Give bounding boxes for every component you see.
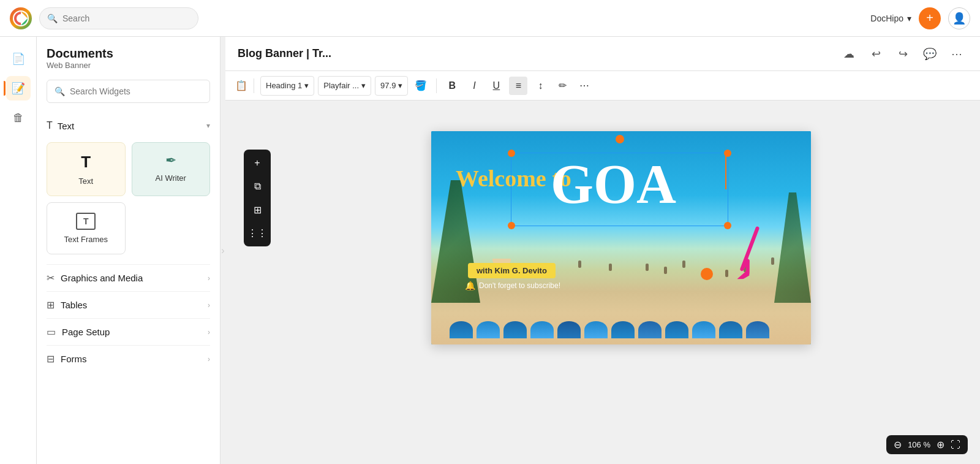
handle-bottom-right[interactable] <box>724 222 731 229</box>
fill-color-button[interactable]: 🪣 <box>412 77 430 95</box>
bold-button[interactable]: B <box>443 77 461 95</box>
text-widget-icon: T <box>81 153 91 172</box>
font-select[interactable]: Playfair ... ▾ <box>318 76 371 96</box>
page-setup-row[interactable]: ▭ Page Setup › <box>47 318 210 345</box>
umbrella-6 <box>584 321 608 338</box>
sidebar-item-trash[interactable]: 🗑 <box>6 105 31 130</box>
forms-row[interactable]: ⊟ Forms › <box>47 345 210 372</box>
toolbar-actions: ☁ ↩ ↪ 💬 ⋯ <box>838 43 968 65</box>
grid-button[interactable]: ⊞ <box>246 199 268 221</box>
tables-icon: ⊞ <box>47 299 55 311</box>
zoom-bar: ⊖ 106 % ⊕ ⛶ <box>886 435 968 454</box>
forms-label: Forms <box>61 354 87 364</box>
canvas-content: + ⧉ ⊞ ⋮⋮ Welcome to GOA <box>225 101 980 464</box>
underline-button[interactable]: U <box>487 77 505 95</box>
rotate-handle[interactable] <box>616 135 624 143</box>
resize-handle[interactable] <box>221 37 225 464</box>
handle-bottom-left[interactable] <box>508 222 515 229</box>
text-widget-label: Text <box>78 177 93 186</box>
page-setup-label: Page Setup <box>62 327 110 337</box>
sidebar-item-documents[interactable]: 📄 <box>6 47 31 71</box>
user-avatar[interactable]: 👤 <box>948 7 970 29</box>
widget-search-icon: 🔍 <box>55 86 65 96</box>
page-setup-chevron: › <box>208 328 210 337</box>
graphics-media-row[interactable]: ✂ Graphics and Media › <box>47 264 210 291</box>
zoom-out-button[interactable]: ⊖ <box>894 439 902 451</box>
duplicate-button[interactable]: ⧉ <box>246 175 268 197</box>
divider-2 <box>436 78 437 93</box>
align-button[interactable]: ≡ <box>509 77 527 95</box>
logo[interactable] <box>10 7 32 29</box>
add-button[interactable]: + <box>919 7 941 29</box>
more-options-button[interactable]: ⋯ <box>946 43 968 65</box>
text-cursor <box>725 153 726 189</box>
redo-button[interactable]: ↪ <box>892 43 914 65</box>
beach-person-8 <box>609 264 612 271</box>
handle-top-left[interactable] <box>508 150 515 157</box>
text-frames-icon <box>76 213 96 230</box>
sidebar-title: Documents <box>47 47 210 61</box>
ai-writer-icon: ✒ <box>165 153 176 169</box>
text-section-label: Text <box>58 121 75 131</box>
subscribe-row: 🔔 Don't forget to subscribe! <box>465 281 560 291</box>
fullscreen-button[interactable]: ⛶ <box>951 439 960 451</box>
umbrella-2 <box>477 321 500 338</box>
umbrella-11 <box>719 321 742 338</box>
sidebar: Documents Web Banner 🔍 T Text ▾ T Text ✒… <box>37 37 221 464</box>
orange-item <box>701 268 713 280</box>
tables-label: Tables <box>61 300 87 310</box>
divider-1 <box>254 78 254 93</box>
text-section-header[interactable]: T Text ▾ <box>47 115 210 136</box>
size-select[interactable]: 97.9 ▾ <box>375 76 408 96</box>
umbrella-5 <box>557 321 581 338</box>
search-icon: 🔍 <box>47 13 58 23</box>
tables-chevron: › <box>208 301 210 310</box>
forms-icon: ⊟ <box>47 353 55 365</box>
umbrella-10 <box>692 321 715 338</box>
topbar-right: DocHipo ▾ + 👤 <box>870 7 970 29</box>
search-input[interactable] <box>62 13 190 23</box>
text-selection-box[interactable] <box>511 153 728 226</box>
text-section-icon: T <box>47 120 53 131</box>
umbrellas-row <box>450 321 805 338</box>
more-format-button[interactable]: ⋯ <box>575 77 594 95</box>
umbrella-1 <box>450 321 473 338</box>
search-bar[interactable]: 🔍 <box>39 7 198 29</box>
forms-chevron: › <box>208 355 210 363</box>
format-toolbar: 📋 Heading 1 ▾ Playfair ... ▾ 97.9 ▾ 🪣 B … <box>225 71 980 101</box>
layers-button[interactable]: ⋮⋮ <box>246 222 268 244</box>
sidebar-subtitle: Web Banner <box>47 61 210 70</box>
graphics-icon: ✂ <box>47 272 55 284</box>
dochipo-dropdown[interactable]: DocHipo ▾ <box>870 13 911 23</box>
zoom-level: 106 % <box>908 440 930 449</box>
main-layout: 📄 📝 🗑 Documents Web Banner 🔍 T Text ▾ T … <box>0 0 980 464</box>
tables-row[interactable]: ⊞ Tables › <box>47 291 210 318</box>
umbrella-7 <box>611 321 635 338</box>
text-frames-widget[interactable]: Text Frames <box>47 202 126 254</box>
doc-toolbar: Blog Banner | Tr... ☁ ↩ ↪ 💬 ⋯ <box>225 37 980 71</box>
comment-button[interactable]: 💬 <box>919 43 941 65</box>
beach-person-7 <box>682 261 685 268</box>
text-section-chevron: ▾ <box>206 121 210 130</box>
add-element-button[interactable]: + <box>246 152 268 174</box>
italic-button[interactable]: I <box>465 77 483 95</box>
widget-search-input[interactable] <box>70 86 202 96</box>
cloud-save-button[interactable]: ☁ <box>838 43 860 65</box>
topbar: 🔍 DocHipo ▾ + 👤 <box>0 0 980 37</box>
sidebar-item-pages[interactable]: 📝 <box>6 76 31 101</box>
heading-select[interactable]: Heading 1 ▾ <box>260 76 314 96</box>
text-widget[interactable]: T Text <box>47 142 126 196</box>
umbrella-9 <box>665 321 688 338</box>
beach-person-3 <box>725 270 728 277</box>
clipboard-icon: 📋 <box>235 80 247 91</box>
doc-canvas[interactable]: Welcome to GOA with Kim G. Devito <box>431 131 811 344</box>
subscribe-text: Don't forget to subscribe! <box>479 281 560 290</box>
ai-writer-widget[interactable]: ✒ AI Writer <box>132 142 211 196</box>
graphics-chevron: › <box>208 274 210 283</box>
highlight-button[interactable]: ✏ <box>553 77 571 95</box>
zoom-in-button[interactable]: ⊕ <box>937 439 944 451</box>
line-spacing-button[interactable]: ↕ <box>531 77 549 95</box>
widget-search[interactable]: 🔍 <box>47 80 210 103</box>
undo-button[interactable]: ↩ <box>865 43 887 65</box>
page-setup-icon: ▭ <box>47 326 56 338</box>
